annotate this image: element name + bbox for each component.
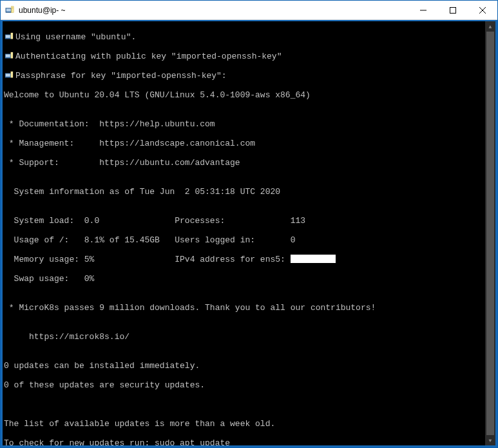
doc-link-line: * Documentation: https://help.ubuntu.com: [4, 119, 215, 129]
svg-rect-6: [450, 7, 456, 13]
sysinfo-row-4: Swap usage: 0%: [4, 274, 94, 284]
sysinfo-row-2: Usage of /: 8.1% of 15.45GB Users logged…: [4, 235, 295, 245]
terminal-scrollbar[interactable]: ▲ ▼: [485, 21, 495, 445]
svg-rect-11: [11, 33, 14, 39]
scroll-down-arrow[interactable]: ▼: [485, 435, 495, 445]
scrollbar-track[interactable]: [485, 32, 495, 435]
scroll-up-arrow[interactable]: ▲: [485, 21, 495, 32]
putty-line-icon: [4, 52, 14, 61]
updates-old-line-2: To check for new updates run: sudo apt u…: [4, 438, 230, 447]
updates-line-2: 0 of these updates are security updates.: [4, 380, 205, 390]
putty-line-icon: [4, 71, 14, 80]
auth-line-3: Passphrase for key "imported-openssh-key…: [15, 71, 227, 81]
auth-line-1: Using username "ubuntu".: [15, 32, 136, 42]
svg-rect-16: [6, 73, 10, 76]
minimize-button[interactable]: [408, 1, 438, 20]
welcome-line: Welcome to Ubuntu 20.04 LTS (GNU/Linux 5…: [4, 90, 311, 100]
window-title: ubuntu@ip- ~: [19, 6, 66, 15]
maximize-button[interactable]: [438, 1, 468, 20]
microk8s-line-1: * MicroK8s passes 9 million downloads. T…: [4, 303, 376, 313]
close-button[interactable]: [468, 1, 497, 20]
window-titlebar: ubuntu@ip- ~: [1, 1, 497, 20]
support-link-line: * Support: https://ubuntu.com/advantage: [4, 158, 240, 168]
svg-rect-1: [6, 8, 11, 11]
svg-rect-10: [6, 35, 10, 37]
updates-old-line-1: The list of available updates is more th…: [4, 419, 275, 429]
sysinfo-row-3: Memory usage: 5% IPv4 address for ens5:: [4, 255, 291, 264]
window-controls: [408, 1, 497, 20]
svg-rect-17: [11, 72, 14, 78]
svg-rect-13: [6, 54, 10, 57]
putty-line-icon: [4, 32, 14, 41]
microk8s-line-2: https://microk8s.io/: [4, 332, 129, 342]
svg-rect-14: [11, 52, 14, 59]
terminal-area[interactable]: Using username "ubuntu". Authenticating …: [1, 20, 497, 447]
svg-rect-2: [12, 6, 14, 12]
scrollbar-thumb[interactable]: [486, 32, 494, 435]
sysinfo-header: System information as of Tue Jun 2 05:31…: [4, 187, 280, 197]
redacted-ip: [291, 255, 336, 263]
auth-line-2: Authenticating with public key "imported…: [15, 52, 282, 61]
sysinfo-row-1: System load: 0.0 Processes: 113: [4, 216, 305, 226]
mgmt-link-line: * Management: https://landscape.canonica…: [4, 139, 255, 148]
updates-line-1: 0 updates can be installed immediately.: [4, 361, 200, 371]
putty-icon: [5, 5, 15, 15]
